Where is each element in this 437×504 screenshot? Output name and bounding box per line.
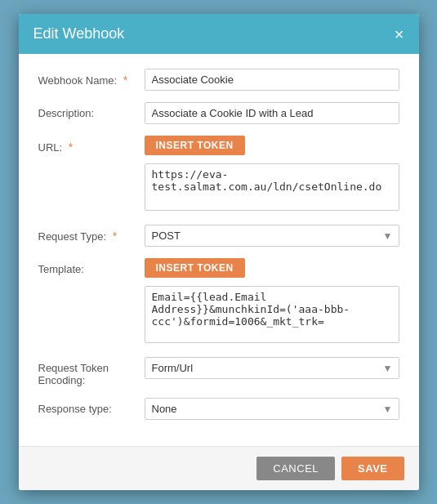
request-type-select-wrapper: POST GET DELETE PUT ▼ xyxy=(145,225,399,247)
webhook-name-required: * xyxy=(123,74,127,87)
request-type-select[interactable]: POST GET DELETE PUT xyxy=(145,225,399,247)
request-type-row: Request Type: * POST GET DELETE PUT ▼ xyxy=(38,225,399,247)
cancel-button[interactable]: CANCEL xyxy=(256,457,335,480)
template-content: INSERT TOKEN Email={{lead.Email Address}… xyxy=(145,258,399,346)
url-label: URL: * xyxy=(38,136,145,154)
url-insert-token-button[interactable]: INSERT TOKEN xyxy=(145,136,245,155)
request-token-encoding-content: Form/Url UTF-8 ISO-8859-1 ▼ xyxy=(145,357,399,379)
url-textarea[interactable]: https://eva-test.salmat.com.au/ldn/csetO… xyxy=(145,163,399,211)
modal-header: Edit Webhook × xyxy=(19,14,419,54)
request-token-encoding-label: Request Token Encoding: xyxy=(38,357,145,386)
template-textarea[interactable]: Email={{lead.Email Address}}&munchkinId=… xyxy=(145,286,399,343)
webhook-name-input[interactable] xyxy=(145,69,399,91)
request-token-encoding-select[interactable]: Form/Url UTF-8 ISO-8859-1 xyxy=(145,357,399,379)
url-content: INSERT TOKEN https://eva-test.salmat.com… xyxy=(145,136,399,213)
response-type-content: None JSON XML ▼ xyxy=(145,398,399,420)
description-input[interactable] xyxy=(145,102,399,124)
modal-title: Edit Webhook xyxy=(33,25,125,42)
template-insert-token-button[interactable]: INSERT TOKEN xyxy=(145,258,245,278)
response-type-select-wrapper: None JSON XML ▼ xyxy=(145,398,399,420)
request-token-encoding-row: Request Token Encoding: Form/Url UTF-8 I… xyxy=(38,357,399,386)
request-type-content: POST GET DELETE PUT ▼ xyxy=(145,225,399,247)
response-type-label: Response type: xyxy=(38,398,145,415)
template-row: Template: INSERT TOKEN Email={{lead.Emai… xyxy=(38,258,399,346)
close-button[interactable]: × xyxy=(395,26,404,42)
request-type-required: * xyxy=(113,230,117,243)
edit-webhook-modal: Edit Webhook × Webhook Name: * Descripti… xyxy=(19,14,419,490)
save-button[interactable]: SAVE xyxy=(341,457,404,480)
modal-overlay: Edit Webhook × Webhook Name: * Descripti… xyxy=(0,0,437,504)
description-row: Description: xyxy=(38,102,399,124)
webhook-name-row: Webhook Name: * xyxy=(38,69,399,91)
webhook-name-content xyxy=(145,69,399,91)
response-type-row: Response type: None JSON XML ▼ xyxy=(38,398,399,420)
webhook-name-label: Webhook Name: * xyxy=(38,69,145,87)
template-textarea-wrapper: Email={{lead.Email Address}}&munchkinId=… xyxy=(145,283,399,346)
url-row: URL: * INSERT TOKEN https://eva-test.sal… xyxy=(38,136,399,213)
request-type-label: Request Type: * xyxy=(38,225,145,243)
description-content xyxy=(145,102,399,124)
request-token-encoding-select-wrapper: Form/Url UTF-8 ISO-8859-1 ▼ xyxy=(145,357,399,379)
description-label: Description: xyxy=(38,102,145,119)
response-type-select[interactable]: None JSON XML xyxy=(145,398,399,420)
modal-body: Webhook Name: * Description: URL xyxy=(19,54,419,446)
url-required: * xyxy=(69,140,73,154)
modal-footer: CANCEL SAVE xyxy=(19,446,419,490)
template-label: Template: xyxy=(38,258,145,275)
